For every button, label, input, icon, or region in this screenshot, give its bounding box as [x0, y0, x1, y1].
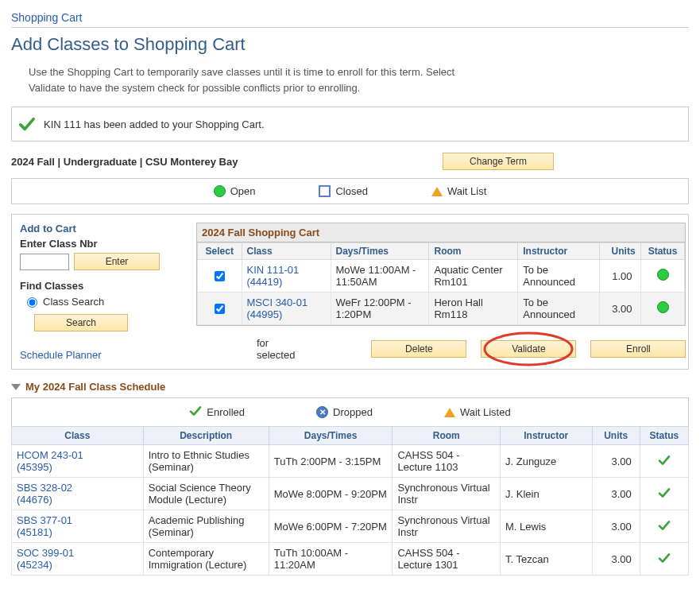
- cart-row-checkbox[interactable]: [215, 304, 225, 314]
- cart-room: Heron Hall Rm118: [429, 293, 518, 325]
- sched-status: [640, 445, 688, 478]
- schedule-title: My 2024 Fall Class Schedule: [25, 381, 165, 393]
- success-text: KIN 111 has been added to your Shopping …: [44, 118, 265, 130]
- sched-units: 3.00: [592, 478, 640, 510]
- cart-th-units: Units: [600, 243, 640, 260]
- validate-highlight: Validate: [481, 340, 576, 358]
- sched-days: MoWe 6:00PM - 7:20PM: [269, 510, 393, 543]
- legend-closed-label: Closed: [335, 185, 367, 197]
- sched-class-link[interactable]: SOC 399-01(45234): [17, 547, 74, 571]
- class-search-label: Class Search: [43, 296, 104, 308]
- sched-instr: M. Lewis: [501, 510, 593, 543]
- cart-class-link[interactable]: MSCI 340-01(44995): [247, 296, 308, 320]
- sched-th-status: Status: [640, 427, 688, 445]
- sched-days: TuTh 10:00AM - 11:20AM: [269, 543, 393, 576]
- cart-table: Select Class Days/Times Room Instructor …: [197, 242, 685, 325]
- cart-days: MoWe 11:00AM - 11:50AM: [331, 260, 429, 293]
- sched-desc: Social Science Theory Module (Lecture): [143, 478, 269, 510]
- term-row: 2024 Fall | Undergraduate | CSU Monterey…: [11, 153, 689, 170]
- search-button[interactable]: Search: [34, 314, 128, 331]
- dropped-icon: ✕: [316, 406, 328, 418]
- sched-room: Synchronous Virtual Instr: [393, 478, 501, 510]
- cart-instr: To be Announced: [518, 260, 600, 293]
- cart-units: 3.00: [600, 293, 640, 325]
- class-search-radio[interactable]: [27, 297, 37, 308]
- sched-desc: Contemporary Immigration (Lecture): [143, 543, 269, 576]
- sched-status: [640, 510, 688, 543]
- find-classes-title: Find Classes: [20, 280, 185, 292]
- legend-waitlisted: Wait Listed: [444, 405, 511, 420]
- term-label: 2024 Fall | Undergraduate | CSU Monterey…: [11, 156, 238, 168]
- schedule-planner-link[interactable]: Schedule Planner: [20, 349, 102, 361]
- schedule-row: HCOM 243-01(45395) Intro to Ethnic Studi…: [12, 445, 689, 478]
- sched-status: [640, 543, 688, 576]
- schedule-row: SBS 377-01(45181) Academic Publishing (S…: [12, 510, 689, 543]
- sched-room: Synchronous Virtual Instr: [393, 510, 501, 543]
- cart-row: MSCI 340-01(44995) WeFr 12:00PM - 1:20PM…: [198, 293, 685, 325]
- sched-desc: Academic Publishing (Seminar): [143, 510, 269, 543]
- schedule-row: SOC 399-01(45234) Contemporary Immigrati…: [12, 543, 689, 576]
- sched-th-class: Class: [12, 427, 144, 445]
- cart-class-link[interactable]: KIN 111-01(44419): [247, 264, 300, 288]
- cart-instr: To be Announced: [518, 293, 600, 325]
- cart-th-class: Class: [242, 243, 331, 260]
- sched-th-units: Units: [592, 427, 640, 445]
- legend-enrolled-label: Enrolled: [207, 406, 245, 418]
- success-message: KIN 111 has been added to your Shopping …: [11, 107, 689, 141]
- cart-days: WeFr 12:00PM - 1:20PM: [331, 293, 429, 325]
- enter-button[interactable]: Enter: [74, 253, 160, 270]
- breadcrumb: Shopping Cart: [11, 11, 689, 28]
- cart-th-days: Days/Times: [331, 243, 429, 260]
- open-icon: [657, 269, 669, 281]
- change-term-button[interactable]: Change Term: [443, 153, 554, 170]
- legend-dropped: ✕ Dropped: [316, 405, 373, 420]
- cart-th-room: Room: [429, 243, 518, 260]
- delete-button[interactable]: Delete: [371, 340, 466, 358]
- class-nbr-input[interactable]: [20, 254, 69, 270]
- sched-units: 3.00: [592, 445, 640, 478]
- cart-room: Aquatic Center Rm101: [429, 260, 518, 293]
- sched-instr: T. Tezcan: [501, 543, 593, 576]
- closed-icon: [319, 185, 331, 197]
- enrolled-icon: [658, 555, 671, 567]
- enroll-button[interactable]: Enroll: [590, 340, 686, 358]
- sched-th-room: Room: [393, 427, 501, 445]
- sched-th-days: Days/Times: [269, 427, 393, 445]
- sched-class-link[interactable]: HCOM 243-01(45395): [17, 449, 83, 473]
- cart-th-select: Select: [198, 243, 242, 260]
- sched-units: 3.00: [592, 510, 640, 543]
- sched-days: MoWe 8:00PM - 9:20PM: [269, 478, 393, 510]
- cart-row-checkbox[interactable]: [215, 271, 225, 281]
- schedule-legend: Enrolled ✕ Dropped Wait Listed: [11, 397, 689, 426]
- legend-closed: Closed: [319, 185, 367, 197]
- cart-title: 2024 Fall Shopping Cart: [197, 223, 685, 242]
- legend-dropped-label: Dropped: [333, 406, 373, 418]
- cart-status: [640, 260, 685, 293]
- enrolled-icon: [658, 490, 671, 502]
- open-icon: [214, 185, 226, 197]
- sched-class-link[interactable]: SBS 377-01(45181): [17, 514, 72, 538]
- sched-days: TuTh 2:00PM - 3:15PM: [269, 445, 393, 478]
- sched-units: 3.00: [592, 543, 640, 576]
- legend-open-label: Open: [230, 185, 256, 197]
- cart-table-box: 2024 Fall Shopping Cart Select Class Day…: [196, 223, 686, 326]
- schedule-section-header[interactable]: My 2024 Fall Class Schedule: [11, 381, 689, 393]
- cart-panel: Add to Cart Enter Class Nbr Enter Find C…: [11, 214, 689, 370]
- waitlist-icon: [431, 187, 443, 196]
- cart-row: KIN 111-01(44419) MoWe 11:00AM - 11:50AM…: [198, 260, 685, 293]
- enrolled-icon: [189, 405, 202, 420]
- enrolled-icon: [658, 522, 671, 534]
- sched-instr: J. Zunguze: [501, 445, 593, 478]
- class-search-radio-row[interactable]: Class Search: [23, 295, 185, 308]
- cart-status: [640, 293, 685, 325]
- sched-room: CAHSS 504 - Lecture 1103: [393, 445, 501, 478]
- sched-class-link[interactable]: SBS 328-02(44676): [17, 482, 72, 506]
- cart-th-instr: Instructor: [518, 243, 600, 260]
- schedule-table: Class Description Days/Times Room Instru…: [11, 426, 689, 576]
- sched-th-instr: Instructor: [501, 427, 593, 445]
- legend-wait: Wait List: [431, 185, 486, 197]
- legend-open: Open: [214, 185, 256, 197]
- waitlist-icon: [444, 408, 455, 417]
- validate-button[interactable]: Validate: [481, 340, 576, 358]
- intro-text: Use the Shopping Cart to temporarily sav…: [29, 64, 689, 95]
